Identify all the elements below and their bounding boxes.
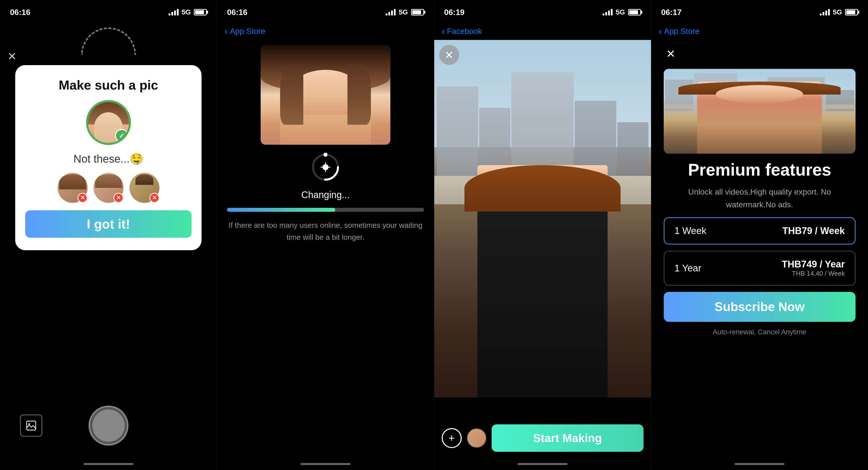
status-bar-1: 06:16 5G [0, 0, 217, 23]
network-label-4: 5G [833, 8, 842, 16]
photo-bottom-bar: + Start Making [434, 416, 651, 461]
not-these-text: Not these...🤤 [73, 152, 144, 165]
plan-week-price: THB79 / Week [782, 225, 845, 236]
nav-back-label-3: Facebook [447, 27, 482, 36]
nav-back-2[interactable]: ‹ App Store [224, 26, 266, 36]
battery-icon-1 [194, 9, 207, 15]
nav-bar-4: ‹ App Store [651, 23, 868, 40]
status-bar-4: 06:17 5G [651, 0, 868, 23]
signal-icon-3 [602, 9, 613, 15]
phone-panel-4: 06:17 5G ‹ App Store ✕ [651, 0, 868, 470]
small-avatar[interactable] [467, 428, 487, 448]
network-label-3: 5G [616, 8, 625, 16]
plan-year-price-container: THB749 / Year THB 14.40 / Week [782, 259, 845, 277]
wait-message: If there are too many users online, some… [227, 219, 424, 243]
back-arrow-3: ‹ [442, 26, 445, 36]
plan-year[interactable]: 1 Year THB749 / Year THB 14.40 / Week [664, 251, 856, 286]
loading-spinner [311, 152, 340, 182]
battery-icon-3 [628, 9, 641, 15]
nav-back-4[interactable]: ‹ App Store [659, 26, 700, 36]
status-bar-right-2: 5G [385, 8, 424, 16]
premium-subtitle: Unlock all videos.High quality export. N… [664, 186, 856, 211]
close-button-4[interactable]: ✕ [664, 45, 678, 63]
got-it-button[interactable]: I got it! [25, 210, 191, 238]
nav-back-label-2: App Store [230, 27, 266, 36]
home-indicator-2 [301, 463, 350, 465]
signal-icon-1 [168, 9, 179, 15]
nav-bar-3: ‹ Facebook [434, 23, 651, 40]
dashed-arc [81, 27, 136, 55]
status-bar-right-1: 5G [168, 8, 207, 16]
back-arrow-4: ‹ [659, 26, 662, 36]
network-label-1: 5G [182, 8, 191, 16]
status-time-1: 06:16 [10, 8, 30, 17]
good-avatar: ✓ [86, 100, 131, 145]
full-photo: ✕ [434, 40, 651, 398]
status-bar-2: 06:16 5G [217, 0, 434, 23]
changing-text: Changing... [301, 190, 350, 200]
premium-photo [664, 69, 856, 154]
home-indicator-4 [735, 463, 784, 465]
capture-button-inner [92, 409, 125, 442]
battery-icon-4 [845, 9, 858, 15]
x-badge-3: ✕ [149, 193, 159, 203]
signal-icon-4 [820, 9, 830, 15]
battery-icon-2 [411, 9, 424, 15]
status-bar-3: 06:19 5G [434, 0, 651, 23]
home-indicator-1 [84, 463, 133, 465]
progress-bar-fill [227, 208, 335, 212]
phone-panel-2: 06:16 5G ‹ App Store [217, 0, 434, 470]
bad-avatar-1: ✕ [58, 173, 88, 203]
face-image-2 [261, 45, 390, 145]
subscribe-button[interactable]: Subscribe Now [664, 292, 856, 322]
status-time-4: 06:17 [661, 8, 682, 17]
signal-icon-2 [385, 9, 396, 15]
bad-avatars-row: ✕ ✕ ✕ [58, 173, 159, 203]
plan-week-label: 1 Week [675, 225, 706, 236]
nav-back-label-4: App Store [664, 27, 700, 36]
close-button-1[interactable]: ✕ [7, 50, 17, 63]
status-time-2: 06:16 [227, 8, 247, 17]
svg-point-4 [322, 164, 329, 170]
check-badge: ✓ [115, 129, 128, 143]
plan-year-price: THB749 / Year [782, 259, 845, 270]
auto-renewal-text: Auto-renewal, Cancel Anytime [664, 328, 856, 336]
add-button[interactable]: + [442, 428, 462, 448]
close-photo-button[interactable]: ✕ [439, 45, 459, 65]
x-badge-1: ✕ [78, 193, 88, 203]
svg-rect-0 [27, 421, 36, 430]
plan-year-label: 1 Year [675, 263, 702, 274]
card-title: Make such a pic [59, 77, 158, 93]
panel4-content: ✕ Premium features Unlock all v [651, 40, 868, 461]
phone-panel-1: 06:16 5G ✕ Make such a pic [0, 0, 217, 470]
phone-panel-3: 06:19 5G ‹ Facebook [434, 0, 651, 470]
plan-year-sub-price: THB 14.40 / Week [782, 270, 845, 277]
progress-bar [227, 208, 424, 212]
nav-back-3[interactable]: ‹ Facebook [442, 26, 482, 36]
capture-button[interactable] [89, 406, 128, 445]
bottom-controls-1 [5, 401, 212, 456]
svg-point-5 [323, 153, 328, 157]
back-arrow-2: ‹ [224, 26, 228, 36]
plan-week[interactable]: 1 Week THB79 / Week [664, 217, 856, 245]
bad-avatar-3: ✕ [129, 173, 159, 203]
x-badge-2: ✕ [114, 193, 123, 203]
premium-title: Premium features [664, 160, 856, 179]
make-pic-card: Make such a pic ✓ Not these...🤤 [15, 65, 201, 250]
network-label-2: 5G [399, 8, 408, 16]
nav-bar-2: ‹ App Store [217, 23, 434, 40]
start-making-button[interactable]: Start Making [492, 424, 644, 452]
status-time-3: 06:19 [444, 8, 465, 17]
bad-avatar-2: ✕ [94, 173, 123, 203]
panel3-content: ✕ + Start Making [434, 40, 651, 461]
panel1-content: ✕ Make such a pic ✓ Not these...🤤 [0, 23, 217, 461]
premium-photo-person [697, 82, 822, 154]
gallery-button[interactable] [20, 414, 42, 437]
status-bar-right-3: 5G [602, 8, 641, 16]
status-bar-right-4: 5G [820, 8, 858, 16]
home-indicator-3 [518, 463, 567, 465]
panel2-content: Changing... If there are too many users … [217, 40, 434, 461]
